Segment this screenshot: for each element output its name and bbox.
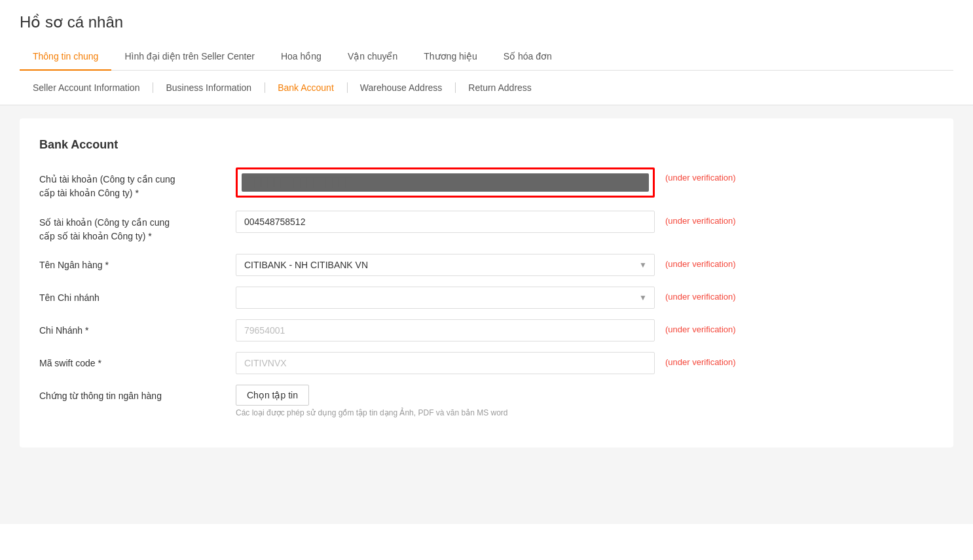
subtab-seller-account[interactable]: Seller Account Information: [20, 71, 153, 105]
bank-name-group: Tên Ngân hàng * CITIBANK - NH CITIBANK V…: [39, 254, 934, 276]
file-hint: Các loại được phép sử dụng gồm tập tin d…: [236, 408, 655, 417]
tab-van-chuyen[interactable]: Vận chuyển: [335, 43, 411, 71]
form-card: Bank Account Chủ tài khoản (Công ty cần …: [20, 118, 953, 447]
account-holder-input-wrapper: [236, 167, 655, 198]
tab-hinh-dai-dien[interactable]: Hình đại diện trên Seller Center: [111, 43, 268, 71]
swift-code-group: Mã swift code * (under verification): [39, 352, 934, 374]
branch-code-status: (under verification): [665, 319, 736, 334]
account-number-input-wrapper: [236, 211, 655, 233]
branch-name-label: Tên Chi nhánh: [39, 287, 236, 305]
tab-hoa-hong[interactable]: Hoa hồng: [268, 43, 335, 71]
branch-name-dropdown[interactable]: ▼: [236, 287, 655, 309]
account-holder-group: Chủ tài khoản (Công ty cần cung cấp tài …: [39, 167, 934, 200]
tab-so-hoa-don[interactable]: Số hóa đơn: [490, 43, 565, 71]
tab-thuong-hieu[interactable]: Thương hiệu: [411, 43, 490, 71]
branch-code-input-wrapper: [236, 319, 655, 341]
account-holder-highlighted-wrapper: [236, 167, 655, 198]
account-holder-status: (under verification): [665, 167, 736, 183]
page-title: Hồ sơ cá nhân: [20, 13, 953, 31]
account-holder-input[interactable]: [242, 173, 649, 192]
branch-code-input[interactable]: [236, 319, 655, 341]
content-area: Bank Account Chủ tài khoản (Công ty cần …: [0, 105, 973, 524]
branch-name-select-wrapper: ▼: [236, 287, 655, 309]
branch-code-label: Chi Nhánh *: [39, 319, 236, 338]
bank-name-dropdown[interactable]: CITIBANK - NH CITIBANK VN ▼: [236, 254, 655, 276]
choose-file-button[interactable]: Chọn tập tin: [236, 385, 309, 406]
tab-thong-tin-chung[interactable]: Thông tin chung: [20, 43, 111, 71]
sub-tab-bar: Seller Account Information Business Info…: [0, 71, 973, 105]
subtab-business-info[interactable]: Business Information: [153, 71, 265, 105]
swift-code-input-wrapper: [236, 352, 655, 374]
account-number-label: Số tài khoản (Công ty cần cung cấp số tà…: [39, 211, 236, 243]
bank-name-select[interactable]: CITIBANK - NH CITIBANK VN: [236, 254, 655, 276]
subtab-bank-account[interactable]: Bank Account: [265, 71, 347, 105]
account-number-input[interactable]: [236, 211, 655, 233]
swift-code-label: Mã swift code *: [39, 352, 236, 370]
doc-label: Chứng từ thông tin ngân hàng: [39, 385, 236, 403]
bank-name-select-wrapper: CITIBANK - NH CITIBANK VN ▼: [236, 254, 655, 276]
bank-name-status: (under verification): [665, 254, 736, 269]
account-number-group: Số tài khoản (Công ty cần cung cấp số tà…: [39, 211, 934, 243]
section-title: Bank Account: [39, 138, 934, 152]
branch-name-select[interactable]: [236, 287, 655, 309]
doc-upload-wrapper: Chọn tập tin Các loại được phép sử dụng …: [236, 385, 655, 417]
main-tab-bar: Thông tin chung Hình đại diện trên Selle…: [20, 43, 953, 71]
account-number-status: (under verification): [665, 211, 736, 226]
bank-name-label: Tên Ngân hàng *: [39, 254, 236, 272]
account-holder-label: Chủ tài khoản (Công ty cần cung cấp tài …: [39, 167, 236, 200]
subtab-warehouse-address[interactable]: Warehouse Address: [347, 71, 456, 105]
subtab-return-address[interactable]: Return Address: [455, 71, 545, 105]
branch-name-group: Tên Chi nhánh ▼ (under verification): [39, 287, 934, 309]
swift-code-status: (under verification): [665, 352, 736, 367]
branch-name-status: (under verification): [665, 287, 736, 302]
doc-upload-group: Chứng từ thông tin ngân hàng Chọn tập ti…: [39, 385, 934, 417]
swift-code-input[interactable]: [236, 352, 655, 374]
branch-code-group: Chi Nhánh * (under verification): [39, 319, 934, 341]
